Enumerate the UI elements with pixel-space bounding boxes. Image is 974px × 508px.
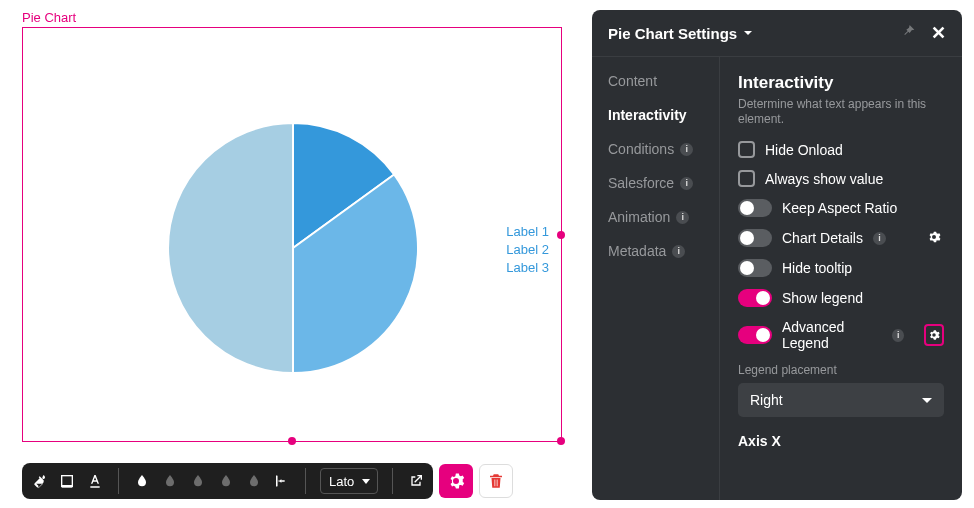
resize-handle-e[interactable] (557, 231, 565, 239)
settings-panel: Pie Chart Settings ✕ Content Interactivi… (592, 10, 962, 500)
panel-title-label: Pie Chart Settings (608, 25, 737, 42)
svg-rect-2 (276, 476, 277, 487)
section-heading: Interactivity (738, 73, 944, 93)
info-icon: i (892, 329, 904, 342)
canvas-frame[interactable]: Label 1Label 2Label 3 (22, 27, 562, 442)
swatch-5-icon[interactable] (245, 472, 263, 490)
row-label: Advanced Legend (782, 319, 882, 351)
text-color-icon[interactable] (86, 472, 104, 490)
swatch-2-icon[interactable] (161, 472, 179, 490)
checkbox[interactable] (738, 141, 755, 158)
toolbar-separator (305, 468, 306, 494)
chart-details-toggle[interactable] (738, 229, 772, 247)
nav-metadata[interactable]: Metadata i (608, 243, 719, 259)
format-toolbar-dark: Lato (22, 463, 433, 499)
info-icon: i (873, 232, 886, 245)
close-icon[interactable]: ✕ (931, 22, 946, 44)
hide-onload-row[interactable]: Hide Onload (738, 141, 944, 158)
svg-rect-1 (62, 485, 73, 488)
info-icon: i (672, 245, 685, 258)
fill-color-icon[interactable] (30, 472, 48, 490)
settings-nav: Content Interactivity Conditions i Sales… (592, 57, 720, 500)
resize-handle-se[interactable] (557, 437, 565, 445)
row-label: Always show value (765, 171, 883, 187)
row-label: Chart Details (782, 230, 863, 246)
external-link-icon[interactable] (407, 472, 425, 490)
font-select[interactable]: Lato (320, 468, 378, 494)
nav-animation[interactable]: Animation i (608, 209, 719, 225)
swatch-1-icon[interactable] (133, 472, 151, 490)
pie-chart[interactable] (163, 118, 423, 382)
nav-conditions[interactable]: Conditions i (608, 141, 719, 157)
selection-label: Pie Chart (22, 10, 562, 25)
select-value: Right (750, 392, 783, 408)
section-subtext: Determine what text appears in this elem… (738, 97, 944, 127)
advanced-legend-gear-button[interactable] (924, 324, 944, 346)
info-icon: i (680, 143, 693, 156)
info-icon: i (676, 211, 689, 224)
svg-rect-0 (62, 476, 73, 487)
checkbox[interactable] (738, 170, 755, 187)
nav-salesforce[interactable]: Salesforce i (608, 175, 719, 191)
legend-placement-label: Legend placement (738, 363, 944, 377)
border-color-icon[interactable] (58, 472, 76, 490)
pin-icon[interactable] (901, 23, 917, 43)
legend-placement-select[interactable]: Right (738, 383, 944, 417)
hide-tooltip-toggle[interactable] (738, 259, 772, 277)
format-toolbar: Lato (22, 463, 562, 499)
delete-button[interactable] (479, 464, 513, 498)
row-label: Hide tooltip (782, 260, 852, 276)
row-label: Show legend (782, 290, 863, 306)
spacing-icon[interactable] (273, 472, 291, 490)
chart-details-gear-icon[interactable] (926, 229, 944, 247)
swatch-3-icon[interactable] (189, 472, 207, 490)
toolbar-separator (392, 468, 393, 494)
settings-button[interactable] (439, 464, 473, 498)
swatch-4-icon[interactable] (217, 472, 235, 490)
advanced-legend-toggle[interactable] (738, 326, 772, 344)
info-icon: i (680, 177, 693, 190)
panel-title[interactable]: Pie Chart Settings (608, 25, 753, 42)
chevron-down-icon (743, 28, 753, 38)
nav-content[interactable]: Content (608, 73, 719, 89)
row-label: Keep Aspect Ratio (782, 200, 897, 216)
always-show-value-row[interactable]: Always show value (738, 170, 944, 187)
toolbar-separator (118, 468, 119, 494)
chevron-down-icon (922, 398, 932, 403)
keep-aspect-toggle[interactable] (738, 199, 772, 217)
axis-x-heading: Axis X (738, 433, 944, 449)
resize-handle-s[interactable] (288, 437, 296, 445)
nav-interactivity[interactable]: Interactivity (608, 107, 719, 123)
chart-legend: Label 1Label 2Label 3 (506, 223, 549, 277)
row-label: Hide Onload (765, 142, 843, 158)
show-legend-toggle[interactable] (738, 289, 772, 307)
